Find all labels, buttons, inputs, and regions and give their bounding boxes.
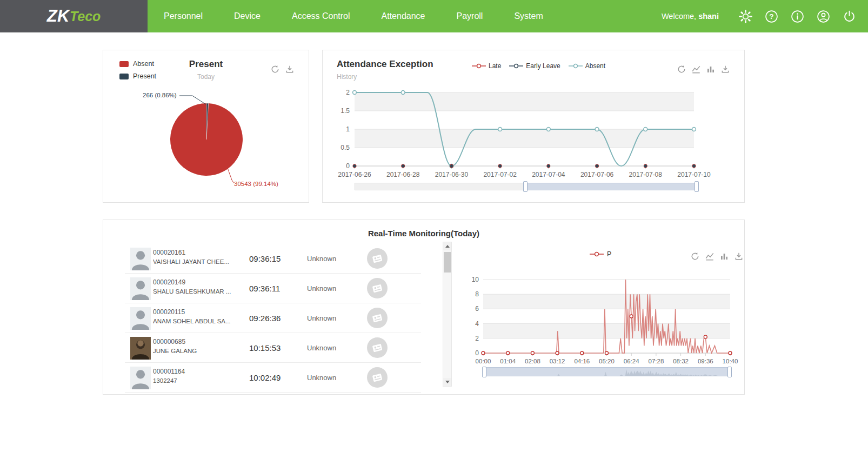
legend-item-absent[interactable]: Absent [119, 60, 156, 68]
verify-status: Unknown [307, 303, 336, 333]
user-icon[interactable] [817, 10, 830, 23]
line-chart-icon[interactable] [691, 64, 701, 74]
employee-info: 000020161 VAISHALI JAYANT CHEE... [153, 249, 245, 265]
monitor-row: 000020149 SHALU SAILESHKUMAR ... 09:36:1… [125, 274, 421, 303]
pie-legend: Absent Present [119, 60, 156, 85]
refresh-icon[interactable] [690, 251, 700, 261]
svg-text:03:12: 03:12 [550, 358, 565, 364]
svg-text:09:36: 09:36 [698, 358, 713, 364]
present-toolbox [270, 64, 295, 74]
svg-text:4: 4 [475, 320, 479, 328]
svg-text:2017-07-06: 2017-07-06 [580, 171, 614, 178]
employee-id: 000020149 [153, 278, 245, 286]
avatar-photo [130, 337, 151, 360]
bar-chart-icon[interactable] [706, 64, 716, 74]
nav-item-personnel[interactable]: Personnel [164, 11, 203, 21]
avatar [130, 248, 151, 270]
monitor-title: Real-Time Monitoring(Today) [103, 229, 744, 238]
refresh-icon[interactable] [270, 64, 280, 74]
employee-name: JUNE GALANG [153, 348, 245, 354]
employee-info: 000000685 JUNE GALANG [153, 338, 245, 354]
svg-text:05:20: 05:20 [599, 358, 615, 364]
verify-status: Unknown [307, 363, 336, 393]
nav-item-access-control[interactable]: Access Control [292, 11, 350, 21]
legend-item-present[interactable]: Present [119, 72, 156, 80]
monitor-event-list: 000020161 VAISHALI JAYANT CHEE... 09:36:… [125, 244, 421, 394]
svg-text:01:04: 01:04 [500, 358, 516, 364]
zkteco-logo[interactable]: ZKTeco [0, 0, 148, 32]
legend-swatch-present [119, 74, 129, 79]
datazoom-right-handle[interactable] [695, 181, 699, 192]
datazoom-selected-range[interactable] [484, 367, 730, 376]
username[interactable]: shani [698, 12, 719, 21]
header-right: Welcome,shani ? [662, 0, 856, 32]
monitor-row: 000020115 ANAM SOHEL ABDUL SA... 09:26:3… [125, 303, 421, 333]
scrollbar-thumb[interactable] [444, 252, 451, 273]
bar-chart-icon[interactable] [719, 251, 729, 261]
list-scrollbar[interactable] [443, 242, 452, 387]
logo-text-zk: ZK [47, 6, 70, 26]
employee-info: 000020149 SHALU SAILESHKUMAR ... [153, 278, 245, 295]
monitor-datazoom-slider[interactable] [483, 367, 731, 376]
datazoom-selected-range[interactable] [525, 183, 697, 190]
scrollbar-up-arrow[interactable] [443, 242, 451, 250]
power-icon[interactable] [843, 10, 856, 23]
employee-name: VAISHALI JAYANT CHEE... [153, 258, 245, 265]
download-icon[interactable] [734, 251, 744, 261]
zkteco-dashboard: ZKTeco Personnel Device Access Control A… [0, 0, 868, 465]
settings-gear-icon[interactable] [739, 10, 752, 23]
svg-text:08:32: 08:32 [673, 358, 689, 364]
svg-text:02:08: 02:08 [525, 358, 540, 364]
svg-text:1.5: 1.5 [340, 107, 350, 115]
svg-text:06:24: 06:24 [624, 358, 639, 364]
svg-text:1: 1 [346, 125, 350, 133]
nav-item-device[interactable]: Device [234, 11, 261, 21]
avatar [130, 367, 151, 389]
svg-text:10: 10 [472, 276, 479, 283]
pie-label-absent: 30543 (99.14%) [234, 181, 278, 187]
datazoom-left-handle[interactable] [482, 367, 486, 377]
nav-item-attendance[interactable]: Attendance [382, 11, 425, 21]
employee-id: 000000685 [153, 338, 245, 346]
legend-marker-early-leave [509, 63, 523, 69]
employee-name: 1302247 [153, 377, 245, 384]
download-icon[interactable] [720, 64, 730, 74]
nav-item-system[interactable]: System [514, 11, 543, 21]
download-icon[interactable] [285, 64, 295, 74]
refresh-icon[interactable] [677, 64, 686, 74]
svg-text:2017-06-28: 2017-06-28 [386, 171, 420, 178]
card-punch-icon [367, 367, 388, 388]
monitor-row: 000000685 JUNE GALANG 10:15:53 Unknown [125, 333, 421, 363]
legend-item-absent-line[interactable]: Absent [569, 62, 605, 70]
svg-text:2: 2 [475, 335, 479, 342]
svg-text:04:16: 04:16 [574, 358, 590, 364]
legend-item-late[interactable]: Late [472, 62, 501, 70]
line-chart-icon[interactable] [705, 251, 715, 261]
employee-info: 000001164 1302247 [153, 368, 245, 384]
svg-text:2017-06-26: 2017-06-26 [338, 171, 371, 178]
nav-item-payroll[interactable]: Payroll [457, 11, 483, 21]
legend-item-p[interactable]: P [590, 250, 611, 258]
info-icon[interactable] [791, 10, 804, 23]
svg-text:2: 2 [346, 89, 350, 96]
exception-legend: Late Early Leave Absent [472, 62, 605, 70]
exception-datazoom-slider[interactable] [355, 183, 698, 190]
datazoom-right-handle[interactable] [727, 367, 732, 377]
avatar [130, 277, 151, 300]
employee-id: 000001164 [153, 368, 245, 375]
datazoom-left-handle[interactable] [523, 181, 528, 192]
welcome-text: Welcome,shani [662, 12, 719, 21]
svg-text:?: ? [769, 12, 773, 21]
svg-text:2017-06-30: 2017-06-30 [435, 171, 469, 178]
employee-id: 000020115 [153, 308, 245, 316]
legend-swatch-absent [119, 61, 129, 67]
punch-time: 10:15:53 [249, 333, 281, 363]
svg-text:2017-07-02: 2017-07-02 [483, 171, 517, 178]
svg-text:07:28: 07:28 [649, 358, 664, 364]
realtime-monitoring-card: Real-Time Monitoring(Today) 000020161 VA… [103, 220, 745, 395]
monitor-row: 000020161 VAISHALI JAYANT CHEE... 09:36:… [125, 244, 421, 274]
legend-marker-late [472, 63, 486, 69]
scrollbar-down-arrow[interactable] [443, 378, 451, 386]
help-icon[interactable]: ? [765, 10, 778, 23]
legend-item-early-leave[interactable]: Early Leave [509, 62, 560, 70]
